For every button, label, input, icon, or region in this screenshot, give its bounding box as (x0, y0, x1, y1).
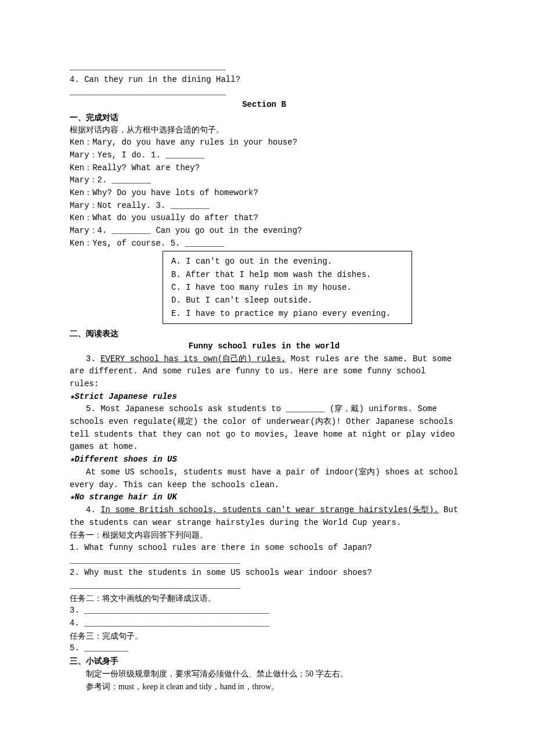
dialog-line-5: Mary：Not really. 3. ________ (70, 200, 459, 213)
option-a: A. I can't go out in the evening. (171, 255, 403, 268)
partC-heading: 三、小试身手 (70, 655, 459, 668)
top-blank-1: ________________________________ (70, 61, 459, 74)
task1-label: 任务一：根据短文内容回答下列问题。 (70, 529, 459, 542)
document-page: ________________________________ 4. Can … (0, 0, 534, 739)
reading-title: Funny school rules in the world (70, 340, 459, 353)
task2-q3: 3. _____________________________________… (70, 604, 459, 617)
reading-p3: At some US schools, students must have a… (70, 466, 459, 491)
partB-heading: 二、阅读表达 (70, 327, 459, 340)
section-b-title: Section B (70, 99, 459, 111)
dialog-line-4: Ken：Why? Do you have lots of homework? (70, 187, 459, 200)
partA-sub: 根据对话内容，从方框中选择合适的句子。 (70, 124, 459, 136)
subhead-japan: ★Strict Japanese rules (70, 391, 459, 404)
p4-pre: 4. (86, 505, 100, 514)
dialog-line-1: Mary：Yes, I do. 1. ________ (70, 149, 459, 162)
top-q4: 4. Can they run in the dining Hall? (70, 74, 459, 87)
p1-pre: 3. (86, 354, 100, 363)
task2-label: 任务二：将文中画线的句子翻译成汉语。 (70, 592, 459, 605)
p1-underlined: EVERY school has its own(自己的) rules. (100, 354, 286, 363)
reading-p1: 3. EVERY school has its own(自己的) rules. … (70, 353, 459, 391)
task2-q4: 4. _____________________________________… (70, 617, 459, 630)
dialog-line-0: Ken：Mary, do you have any rules in your … (70, 136, 459, 149)
task3-q5: 5. _________ (70, 642, 459, 655)
dialog-line-2: Ken：Really? What are they? (70, 162, 459, 175)
partC-line2: 参考词：must，keep it clean and tidy，hand in，… (70, 681, 459, 693)
option-d: D. But I can't sleep outside. (171, 294, 403, 307)
p4-underlined: In some British schools, students can't … (100, 505, 439, 514)
option-c: C. I have too many rules in my house. (171, 281, 403, 294)
reading-p2: 5. Most Japanese schools ask students to… (70, 403, 459, 453)
partA-heading: 一、完成对话 (70, 111, 459, 124)
option-b: B. After that I help mom wash the dishes… (171, 268, 403, 281)
task1-blank1: ___________________________________ (70, 555, 459, 567)
options-box: A. I can't go out in the evening. B. Aft… (163, 251, 412, 324)
subhead-us: ★Different shoes in US (70, 453, 459, 466)
dialog-line-8: Ken：Yes, of course. 5. ________ (70, 237, 459, 250)
task3-label: 任务三：完成句子。 (70, 630, 459, 643)
option-e: E. I have to practice my piano every eve… (171, 307, 403, 320)
dialog-line-6: Ken：What do you usually do after that? (70, 212, 459, 225)
partC-line1: 制定一份班级规章制度，要求写清必须做什么、禁止做什么；50 字左右。 (70, 668, 459, 681)
top-blank-2: ________________________________ (70, 86, 459, 99)
task1-q2: 2. Why must the students in some US scho… (70, 567, 459, 579)
task1-q1: 1. What funny school rules are there in … (70, 542, 459, 555)
dialog-line-3: Mary：2. ________ (70, 174, 459, 187)
task1-blank2: ___________________________________ (70, 579, 459, 592)
reading-p4: 4. In some British schools, students can… (70, 504, 459, 529)
subhead-uk: ★No strange hair in UK (70, 491, 459, 504)
dialog-line-7: Mary：4. ________ Can you go out in the e… (70, 225, 459, 237)
